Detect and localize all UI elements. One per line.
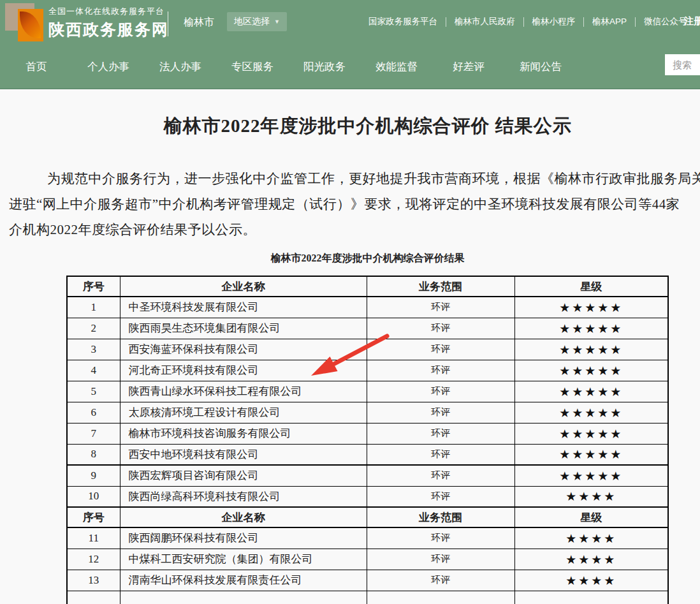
column-header: 序号: [67, 507, 120, 527]
cell-scope: 环评: [367, 402, 514, 423]
cell-name: 中煤科工西安研究院（集团）有限公司: [120, 549, 367, 570]
table-row: 9陕西宏辉项目咨询有限公司环评★★★★★: [67, 465, 668, 486]
cell-num: 1: [67, 297, 120, 318]
cell-name: 河北奇正环境科技有限公司: [120, 360, 367, 381]
nav-item-personal[interactable]: 个人办事: [83, 60, 134, 74]
cell-name: 西安中地环境科技有限公司: [120, 444, 367, 465]
cell-num: 13: [67, 570, 120, 591]
cell-name: 榆林市环境科技咨询服务有限公司: [120, 423, 367, 444]
cell-stars: ★★★★★: [514, 339, 668, 360]
search-input[interactable]: [665, 54, 700, 75]
nav-item-legal-person[interactable]: 法人办事: [155, 60, 206, 74]
nav-item-rating[interactable]: 好差评: [443, 60, 494, 74]
link-divider: [523, 17, 524, 27]
region-selector-label: 地区选择: [234, 16, 270, 27]
site-logo[interactable]: [5, 3, 46, 40]
nav-item-zone-services[interactable]: 专区服务: [227, 60, 278, 74]
cell-name: 陕西青山绿水环保科技工程有限公司: [120, 381, 367, 402]
table-row: 5陕西青山绿水环保科技工程有限公司环评★★★★★: [67, 381, 668, 402]
link-divider: [583, 17, 584, 27]
cell-stars: ★★★★★: [514, 381, 668, 402]
register-link[interactable]: 注册: [684, 15, 700, 27]
link-divider: [446, 17, 446, 27]
cell-scope: 环评: [367, 465, 514, 486]
nav-item-open-government[interactable]: 阳光政务: [299, 60, 350, 74]
top-links: 国家政务服务平台 榆林市人民政府 榆林小程序 榆林APP 微信公众号: [368, 16, 687, 27]
link-national-platform[interactable]: 国家政务服务平台: [368, 16, 437, 27]
table-body: 序号企业名称业务范围星级1中圣环境科技发展有限公司环评★★★★★2陕西雨昊生态环…: [67, 276, 668, 604]
cell-scope: 环评: [367, 570, 514, 591]
paragraph-line: 介机构2022年度综合评价结果予以公示。: [9, 217, 700, 242]
cell-num: 6: [67, 402, 120, 423]
cell-num: 5: [67, 381, 120, 402]
cell-scope: 环评: [367, 360, 514, 381]
cell-stars: ★★★★: [514, 549, 668, 570]
cell-scope: 环评: [367, 527, 514, 549]
cell-scope: 环评: [367, 549, 514, 570]
cell-num: 11: [67, 527, 120, 549]
nav-item-home[interactable]: 首页: [11, 60, 62, 74]
page-title: 榆林市2022年度涉批中介机构综合评价 结果公示: [0, 114, 700, 139]
column-header: 业务范围: [367, 507, 514, 527]
cell-num: 3: [67, 339, 120, 360]
column-header: 星级: [514, 276, 668, 297]
cell-stars: ★★★★★: [514, 318, 668, 339]
cell-stars: ★★★★: [514, 570, 668, 591]
cell-scope: 环评: [367, 423, 514, 444]
caret-down-icon: ▼: [274, 18, 280, 25]
table-row: 2陕西雨昊生态环境集团有限公司环评★★★★★: [67, 318, 668, 339]
logo-orange-square: [18, 9, 43, 41]
cell-name: 陕西阔鹏环保科技有限公司: [120, 527, 367, 549]
table-header-row: 序号企业名称业务范围星级: [67, 276, 668, 297]
table-row-partial: [67, 591, 668, 604]
table-row: 6太原核清环境工程设计有限公司环评★★★★★: [67, 402, 668, 423]
column-header: 星级: [514, 507, 668, 527]
table-row: 10陕西尚绿高科环境科技有限公司环评★★★★: [67, 486, 668, 507]
nav-item-news[interactable]: 新闻公告: [515, 60, 566, 74]
table-row: 13渭南华山环保科技发展有限责任公司环评★★★★: [67, 570, 668, 591]
table-row: 4河北奇正环境科技有限公司环评★★★★★: [67, 360, 668, 381]
table-row: 1中圣环境科技发展有限公司环评★★★★★: [67, 297, 668, 318]
brand-block: 全国一体化在线政务服务平台 陕西政务服务网: [48, 6, 169, 40]
column-header: 序号: [67, 276, 120, 297]
table-row: 11陕西阔鹏环保科技有限公司环评★★★★: [67, 527, 668, 549]
cell-num: 12: [67, 549, 120, 570]
cell-stars: ★★★★: [514, 486, 668, 507]
table-row: 8西安中地环境科技有限公司环评★★★★★: [67, 444, 668, 465]
cell-scope: 环评: [367, 381, 514, 402]
nav-item-efficiency[interactable]: 效能监督: [371, 60, 422, 74]
cell-num: 7: [67, 423, 120, 444]
column-header: 企业名称: [120, 276, 367, 297]
table-row: 7榆林市环境科技咨询服务有限公司环评★★★★★: [67, 423, 668, 444]
announcement-paragraph: 为规范中介服务行为，进一步强化中介监管工作，更好地提升我市营商环境，根据《榆林市…: [0, 166, 700, 242]
paragraph-line: 进驻“网上中介服务超市”中介机构考评管理规定（试行）》要求，现将评定的中圣环境科…: [9, 191, 700, 217]
cell-stars: ★★★★★: [514, 423, 668, 444]
table-header-row: 序号企业名称业务范围星级: [67, 507, 668, 527]
evaluation-table: 序号企业名称业务范围星级1中圣环境科技发展有限公司环评★★★★★2陕西雨昊生态环…: [66, 276, 669, 604]
cell-scope: 环评: [367, 339, 514, 360]
cell-empty: [367, 591, 514, 604]
cell-stars: ★★★★★: [514, 444, 668, 465]
link-mini-program[interactable]: 榆林小程序: [532, 16, 576, 27]
platform-name: 全国一体化在线政务服务平台: [48, 6, 169, 17]
link-app[interactable]: 榆林APP: [592, 16, 627, 27]
cell-num: 10: [67, 486, 120, 507]
link-city-government[interactable]: 榆林市人民政府: [455, 16, 515, 27]
cell-name: 太原核清环境工程设计有限公司: [120, 402, 367, 423]
cell-stars: ★★★★: [514, 527, 668, 549]
table-row: 12中煤科工西安研究院（集团）有限公司环评★★★★: [67, 549, 668, 570]
cell-name: 陕西宏辉项目咨询有限公司: [120, 465, 367, 486]
cell-name: 西安海蓝环保科技有限公司: [120, 339, 367, 360]
cell-num: 8: [67, 444, 120, 465]
cell-name: 陕西尚绿高科环境科技有限公司: [120, 486, 367, 507]
cell-name: 渭南华山环保科技发展有限责任公司: [120, 570, 367, 591]
link-wechat[interactable]: 微信公众号: [644, 16, 687, 27]
cell-scope: 环评: [367, 297, 514, 318]
region-selector-button[interactable]: 地区选择 ▼: [227, 12, 287, 31]
column-header: 企业名称: [120, 507, 367, 527]
cell-scope: 环评: [367, 318, 514, 339]
header-top: 全国一体化在线政务服务平台 陕西政务服务网 榆林市 地区选择 ▼ 国家政务服务平…: [0, 0, 700, 46]
vertical-divider: [168, 11, 168, 36]
cell-stars: ★★★★★: [514, 360, 668, 381]
column-header: 业务范围: [367, 276, 514, 297]
